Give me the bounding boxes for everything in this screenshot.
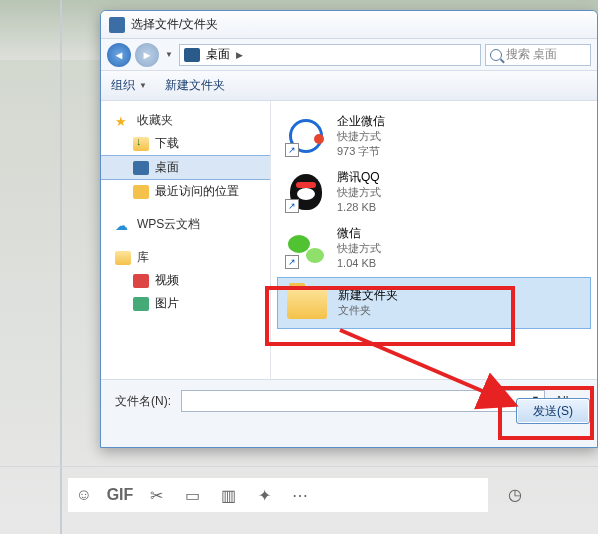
search-input[interactable]: 搜索 桌面 xyxy=(485,44,591,66)
window-title: 选择文件/文件夹 xyxy=(131,16,218,33)
breadcrumb-location: 桌面 xyxy=(206,46,230,63)
image-icon[interactable]: ▥ xyxy=(218,485,238,505)
organize-menu[interactable]: 组织 ▼ xyxy=(111,77,147,94)
shortcut-badge-icon: ↗ xyxy=(285,199,299,213)
cloud-icon: ☁ xyxy=(115,218,131,232)
desktop-icon xyxy=(133,161,149,175)
window-icon xyxy=(109,17,125,33)
folder-icon[interactable]: ▭ xyxy=(182,485,202,505)
back-button[interactable]: ◄ xyxy=(107,43,131,67)
folder-icon xyxy=(287,287,327,319)
chat-toolbar: ☺ GIF ✂ ▭ ▥ ✦ ⋯ xyxy=(68,478,488,512)
send-button[interactable]: 发送(S) xyxy=(516,398,590,424)
sidebar-item-downloads[interactable]: 下载 xyxy=(101,132,270,155)
sidebar-item-videos[interactable]: 视频 xyxy=(101,269,270,292)
file-picker-dialog: 选择文件/文件夹 ◄ ► ▼ 桌面 ▶ 搜索 桌面 组织 ▼ 新建文件夹 ★ xyxy=(100,10,598,448)
chat-toolbar-right: ◷ xyxy=(508,478,528,512)
file-item-qq[interactable]: ↗ 腾讯QQ 快捷方式 1.28 KB xyxy=(277,165,591,219)
titlebar[interactable]: 选择文件/文件夹 xyxy=(101,11,597,39)
library-icon xyxy=(115,251,131,265)
file-item-qywx[interactable]: ↗ 企业微信 快捷方式 973 字节 xyxy=(277,109,591,163)
recent-icon xyxy=(133,185,149,199)
emoji-icon[interactable]: ☺ xyxy=(74,485,94,505)
sidebar: ★ 收藏夹 下载 桌面 最近访问的位置 ☁ xyxy=(101,101,271,379)
sidebar-libraries[interactable]: 库 xyxy=(101,246,270,269)
sidebar-item-pictures[interactable]: 图片 xyxy=(101,292,270,315)
desktop-icon xyxy=(184,48,200,62)
shortcut-badge-icon: ↗ xyxy=(285,143,299,157)
history-icon[interactable]: ◷ xyxy=(508,485,528,505)
horizontal-divider xyxy=(0,466,598,467)
gif-icon[interactable]: GIF xyxy=(110,485,130,505)
dialog-body: ★ 收藏夹 下载 桌面 最近访问的位置 ☁ xyxy=(101,101,597,379)
chevron-down-icon: ▼ xyxy=(139,81,147,90)
toolbar: 组织 ▼ 新建文件夹 xyxy=(101,71,597,101)
video-icon xyxy=(133,274,149,288)
breadcrumb[interactable]: 桌面 ▶ xyxy=(179,44,481,66)
address-bar: ◄ ► ▼ 桌面 ▶ 搜索 桌面 xyxy=(101,39,597,71)
file-item-new-folder[interactable]: 新建文件夹 文件夹 xyxy=(277,277,591,329)
filename-input[interactable]: ▼ xyxy=(181,390,545,412)
forward-button[interactable]: ► xyxy=(135,43,159,67)
chevron-right-icon[interactable]: ▶ xyxy=(236,50,243,60)
star-icon: ★ xyxy=(115,114,131,128)
sidebar-cloud[interactable]: ☁ WPS云文档 xyxy=(101,213,270,236)
search-icon xyxy=(490,49,502,61)
vertical-divider xyxy=(60,0,62,534)
shortcut-badge-icon: ↗ xyxy=(285,255,299,269)
sidebar-item-desktop[interactable]: 桌面 xyxy=(101,155,270,180)
sparkle-icon[interactable]: ✦ xyxy=(254,485,274,505)
sidebar-favorites[interactable]: ★ 收藏夹 xyxy=(101,109,270,132)
nav-history-dropdown[interactable]: ▼ xyxy=(163,45,175,65)
search-placeholder: 搜索 桌面 xyxy=(506,46,557,63)
picture-icon xyxy=(133,297,149,311)
filename-label: 文件名(N): xyxy=(115,393,171,410)
file-item-wechat[interactable]: ↗ 微信 快捷方式 1.04 KB xyxy=(277,221,591,275)
scissors-icon[interactable]: ✂ xyxy=(146,485,166,505)
file-list: ↗ 企业微信 快捷方式 973 字节 ↗ 腾讯QQ 快捷方式 1.28 KB ↗ xyxy=(271,101,597,379)
more-icon[interactable]: ⋯ xyxy=(290,485,310,505)
download-icon xyxy=(133,137,149,151)
sidebar-item-recent[interactable]: 最近访问的位置 xyxy=(101,180,270,203)
new-folder-button[interactable]: 新建文件夹 xyxy=(165,77,225,94)
